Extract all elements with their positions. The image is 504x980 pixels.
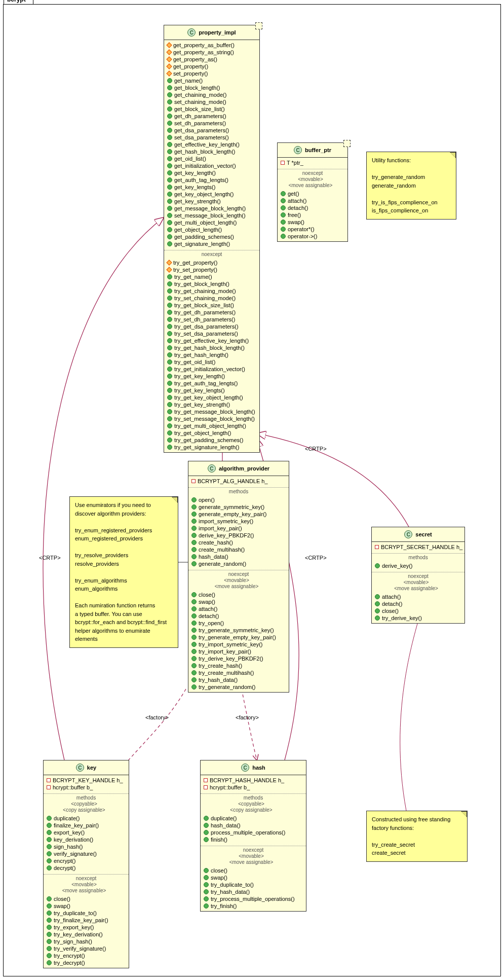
visibility-icon xyxy=(166,70,172,76)
visibility-icon xyxy=(167,310,172,315)
class-buffer-ptr: C buffer_ptr T *ptr_ noexcept <movable> … xyxy=(277,142,348,242)
stereotype: <move assignable> xyxy=(199,859,304,865)
visibility-icon xyxy=(166,56,172,62)
member-label: get_initialization_vector() xyxy=(174,162,236,169)
class-title: hash xyxy=(252,765,265,771)
member-label: detach() xyxy=(382,600,402,607)
visibility-icon xyxy=(47,903,52,909)
visibility-icon xyxy=(167,359,172,365)
member-row: try_get_dsa_parameters() xyxy=(166,323,257,330)
member-label: get_effective_key_length() xyxy=(174,141,240,148)
member-row: set_dsa_parameters() xyxy=(166,134,257,141)
visibility-icon xyxy=(47,858,52,863)
member-row: attach() xyxy=(280,197,345,204)
visibility-icon xyxy=(167,281,172,286)
member-row: detach() xyxy=(190,612,287,620)
member-label: set_dsa_parameters() xyxy=(174,134,229,141)
class-hash: C hash BCRYPT_HASH_HANDLE h_hcrypt::buff… xyxy=(200,760,306,912)
member-label: try_get_hash_block_length() xyxy=(174,344,245,351)
member-label: get_signature_length() xyxy=(174,240,230,247)
member-row: get_key_lengts() xyxy=(166,184,257,191)
visibility-icon xyxy=(167,192,172,197)
visibility-icon xyxy=(167,156,172,161)
member-label: close() xyxy=(211,867,227,874)
visibility-icon xyxy=(191,656,197,661)
visibility-icon xyxy=(47,953,52,958)
member-label: try_set_dh_parameters() xyxy=(174,316,235,323)
member-label: try_set_dsa_parameters() xyxy=(174,330,238,337)
member-label: get_multi_object_length() xyxy=(174,219,237,226)
member-row: try_set_message_block_length() xyxy=(166,415,257,422)
class-title: buffer_ptr xyxy=(305,147,331,153)
member-label: derive_key_PBKDF2() xyxy=(199,532,254,539)
member-label: try_finish() xyxy=(211,902,237,910)
section-label: noexcept xyxy=(164,251,259,257)
visibility-icon xyxy=(167,303,172,308)
member-label: get_property_as_string() xyxy=(173,49,234,56)
visibility-icon xyxy=(167,128,172,133)
member-row: T *ptr_ xyxy=(280,159,345,166)
member-row: try_get_effective_key_length() xyxy=(166,337,257,344)
member-row: attach() xyxy=(374,593,462,600)
member-row: duplicate() xyxy=(46,815,127,822)
member-row: try_finish() xyxy=(203,902,304,910)
member-row: try_get_oid_list() xyxy=(166,358,257,366)
member-row: set_dh_parameters() xyxy=(166,120,257,127)
visibility-icon xyxy=(167,352,172,357)
member-label: get_chaining_mode() xyxy=(174,91,226,98)
member-row: try_derive_key() xyxy=(374,614,462,622)
member-row: BCRYPT_KEY_HANDLE h_ xyxy=(46,777,127,784)
member-row: get_key_length() xyxy=(166,169,257,176)
visibility-icon xyxy=(281,191,286,196)
member-row: close() xyxy=(190,591,287,598)
visibility-icon xyxy=(47,837,52,842)
member-label: try_get_signature_length() xyxy=(174,444,239,451)
member-label: try_get_key_strength() xyxy=(174,401,230,408)
member-row: duplicate() xyxy=(203,815,304,822)
member-row: get_property_as_buffer() xyxy=(166,42,257,49)
member-label: set_chaining_mode() xyxy=(174,98,226,105)
member-row: free() xyxy=(280,211,345,219)
member-row: get_message_block_length() xyxy=(166,205,257,212)
member-row: get_signature_length() xyxy=(166,240,257,247)
member-row: try_set_chaining_mode() xyxy=(166,295,257,302)
visibility-icon xyxy=(281,198,286,203)
compartment: close()swap()try_duplicate_to()try_final… xyxy=(44,894,129,968)
member-label: try_create_multihash() xyxy=(199,669,254,676)
visibility-icon xyxy=(204,837,209,842)
visibility-icon xyxy=(191,621,197,626)
visibility-icon xyxy=(191,497,197,502)
compartment: T *ptr_ xyxy=(278,158,347,168)
member-row: try_get_dh_parameters() xyxy=(166,309,257,316)
member-label: create_multihash() xyxy=(199,546,245,553)
member-row: derive_key() xyxy=(374,562,462,569)
member-row: try_duplicate_to() xyxy=(203,881,304,888)
member-label: get_padding_schemes() xyxy=(174,233,234,240)
member-label: try_generate_empty_key_pair() xyxy=(199,634,276,641)
visibility-icon xyxy=(166,42,172,48)
member-label: encrypt() xyxy=(54,857,75,864)
visibility-icon xyxy=(167,402,172,407)
visibility-icon xyxy=(167,338,172,343)
member-label: get() xyxy=(288,190,299,197)
member-label: try_get_hash_length() xyxy=(174,351,228,358)
member-row: detach() xyxy=(374,600,462,607)
member-label: try_get_block_length() xyxy=(174,280,229,287)
member-row: detach() xyxy=(280,204,345,211)
visibility-icon xyxy=(167,85,172,90)
member-label: duplicate() xyxy=(211,815,237,822)
compartment: duplicate()finalize_key_pair()export_key… xyxy=(44,813,129,873)
member-label: process_multiple_operations() xyxy=(211,829,285,836)
member-label: hcrypt::buffer b_ xyxy=(210,784,250,791)
member-label: try_get_dsa_parameters() xyxy=(174,323,239,330)
compartment: attach()detach()close()try_derive_key() xyxy=(372,592,464,623)
package-frame: bcrypt <CRTP> <CRTP> <CRTP> <CRTP> <f xyxy=(3,4,501,976)
member-row: get_key_strength() xyxy=(166,198,257,205)
member-label: get_property() xyxy=(173,63,208,70)
section-label: noexcept xyxy=(44,876,129,881)
member-row: key_derivation() xyxy=(46,836,127,843)
member-row: set_property() xyxy=(166,70,257,77)
member-row: try_get_padding_schemes() xyxy=(166,437,257,444)
class-title: property_impl xyxy=(199,29,236,35)
member-row: try_sign_hash() xyxy=(46,938,127,945)
